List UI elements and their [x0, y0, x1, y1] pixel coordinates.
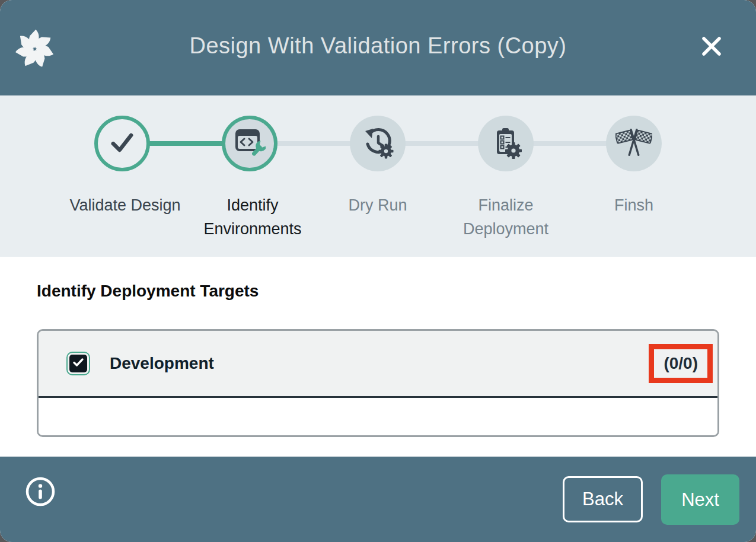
- annotation-highlight-box: (0/0): [649, 344, 713, 383]
- step-circle-dry-run: [350, 116, 406, 171]
- deployment-wizard-modal: Design With Validation Errors (Copy): [0, 0, 756, 542]
- clipboard-gear-icon: [489, 126, 522, 161]
- deployment-targets-box: Development (0/0): [37, 329, 719, 437]
- back-button[interactable]: Back: [563, 476, 643, 522]
- code-window-wrench-icon: [234, 127, 266, 160]
- target-name-label: Development: [110, 354, 214, 373]
- check-icon: [71, 355, 85, 372]
- step-circle-validate-design[interactable]: [94, 116, 150, 171]
- modal-header: Design With Validation Errors (Copy): [0, 0, 756, 95]
- step-label-finalize-deployment: Finalize Deployment: [438, 193, 574, 241]
- step-label-dry-run: Dry Run: [310, 193, 446, 217]
- info-icon: [25, 500, 56, 509]
- step-label-finish: Finsh: [566, 193, 702, 217]
- development-checkbox[interactable]: [69, 355, 87, 372]
- wizard-stepper: Validate Design Identify Environments Dr…: [0, 95, 756, 257]
- page-title: Identify Deployment Targets: [37, 282, 259, 301]
- wizard-content: Identify Deployment Targets Development …: [0, 257, 756, 457]
- step-circle-identify-environments[interactable]: [222, 116, 277, 171]
- target-box-empty-area: [39, 398, 717, 435]
- modal-footer: Back Next: [0, 457, 756, 542]
- close-button[interactable]: [698, 33, 725, 60]
- modal-title: Design With Validation Errors (Copy): [0, 33, 756, 59]
- step-circle-finalize-deployment: [478, 116, 534, 171]
- step-label-identify-environments: Identify Environments: [184, 193, 321, 241]
- check-icon: [107, 127, 138, 160]
- target-row-development: Development (0/0): [39, 331, 717, 398]
- step-label-validate-design: Validate Design: [57, 193, 193, 217]
- step-circle-finish: [606, 116, 662, 171]
- history-gear-icon: [361, 126, 394, 161]
- info-button[interactable]: [25, 476, 56, 507]
- next-button[interactable]: Next: [661, 474, 739, 525]
- close-x-icon: [698, 52, 725, 61]
- checkered-flags-icon: [615, 124, 652, 163]
- target-count: (0/0): [664, 354, 698, 372]
